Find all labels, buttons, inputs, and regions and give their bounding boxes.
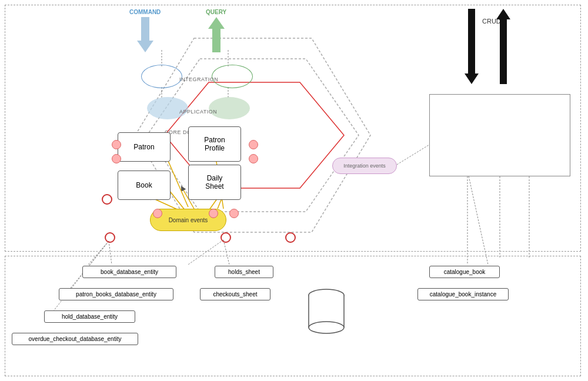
patron-profile-box: PatronProfile	[188, 126, 241, 162]
catalogue-book-instance-box: catalogue_book_instance	[417, 288, 509, 300]
integration-label: INTEGRATION	[179, 76, 218, 82]
integration-events-box: Integration events	[332, 158, 397, 174]
crud-arrow-up	[496, 9, 510, 84]
database-cylinder	[306, 288, 347, 335]
crud-arrows	[465, 9, 510, 84]
application-label: APPLICATION	[179, 109, 217, 115]
overdue-checkout-database-entity-label: overdue_checkout_database_entity	[29, 336, 122, 342]
svg-point-30	[309, 322, 344, 333]
hold-database-entity-label: hold_database_entity	[62, 313, 118, 320]
main-container: COMMAND QUERY INTEGRATION APPLICATION CO…	[0, 0, 588, 381]
patron-box: Patron	[118, 132, 171, 162]
catalogue-book-instance-label: catalogue_book_instance	[430, 291, 496, 298]
book-database-entity-box: book_database_entity	[82, 266, 176, 278]
crud-down-shaft	[468, 9, 475, 73]
book-label: Book	[136, 181, 152, 189]
daily-sheet-label: DailySheet	[205, 174, 223, 190]
book-database-entity-label: book_database_entity	[101, 269, 158, 275]
hold-database-entity-box: hold_database_entity	[44, 310, 135, 323]
query-area: QUERY	[206, 9, 226, 52]
pink-circle-2	[112, 154, 121, 163]
crud-up-shaft	[500, 19, 507, 84]
catalogue-book-box: catalogue_book	[429, 266, 500, 278]
application-command-ellipse	[147, 97, 188, 119]
book-box: Book	[118, 171, 171, 200]
application-query-ellipse	[209, 97, 250, 119]
patron-books-database-entity-label: patron_books_database_entity	[76, 291, 156, 298]
pink-circle-5	[153, 209, 162, 218]
checkouts-sheet-box: checkouts_sheet	[200, 288, 270, 300]
daily-sheet-box: DailySheet	[188, 165, 241, 200]
pink-circle-3	[249, 140, 258, 149]
query-arrowhead	[208, 17, 225, 29]
patron-label: Patron	[133, 143, 154, 151]
integration-command-ellipse	[141, 65, 182, 88]
patron-profile-label: PatronProfile	[204, 136, 225, 152]
holds-sheet-box: holds_sheet	[215, 266, 273, 278]
red-circle-left-1	[102, 194, 112, 205]
holds-sheet-label: holds_sheet	[228, 269, 260, 275]
checkouts-sheet-label: checkouts_sheet	[213, 291, 257, 298]
pink-circle-4	[249, 154, 258, 163]
right-section-container: Book BookInstance	[429, 94, 570, 176]
red-circle-bottom-1	[220, 232, 231, 243]
crud-arrow-down	[465, 9, 479, 84]
red-circle-left-2	[105, 232, 115, 243]
command-label: COMMAND	[129, 9, 161, 15]
command-area: COMMAND	[129, 9, 161, 52]
domain-events-label: Domain events	[169, 217, 208, 223]
red-circle-right-1	[285, 232, 296, 243]
catalogue-book-label: catalogue_book	[444, 269, 486, 275]
pink-circle-1	[112, 140, 121, 149]
command-arrowhead	[137, 41, 153, 52]
integration-events-label: Integration events	[343, 163, 386, 169]
crud-up-head	[496, 9, 510, 19]
command-arrow-shaft	[141, 17, 149, 41]
query-label: QUERY	[206, 9, 226, 15]
query-arrow-shaft	[212, 29, 220, 52]
patron-books-database-entity-box: patron_books_database_entity	[59, 288, 173, 300]
pink-circle-7	[229, 209, 239, 218]
pink-circle-6	[209, 209, 218, 218]
overdue-checkout-database-entity-box: overdue_checkout_database_entity	[12, 333, 138, 345]
crud-down-head	[465, 73, 479, 84]
